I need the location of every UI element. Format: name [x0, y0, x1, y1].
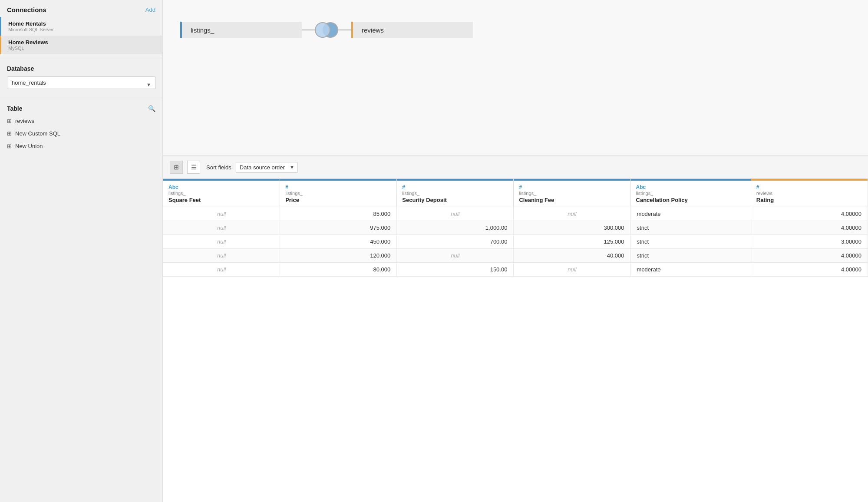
- table-item-reviews[interactable]: ⊞ reviews: [0, 115, 162, 127]
- table-section-header: Table 🔍: [0, 102, 162, 115]
- col-header-square-feet: Abc listings_ Square Feet: [163, 179, 280, 207]
- table-cell: 700.00: [397, 235, 514, 249]
- table-cell: 80.000: [280, 263, 397, 277]
- database-select[interactable]: home_rentals: [7, 76, 155, 89]
- data-table-wrapper: Abc listings_ Square Feet # listings_ Pr…: [163, 178, 868, 502]
- table-item-custom-sql[interactable]: ⊞ New Custom SQL: [0, 127, 162, 140]
- left-table-pill[interactable]: listings_: [180, 22, 302, 38]
- join-line-left: [302, 30, 315, 30]
- table-cell: 125.000: [514, 235, 630, 249]
- col-name: Security Deposit: [402, 197, 508, 203]
- table-row: null85.000nullnullmoderate4.00000: [163, 207, 868, 221]
- table-cell: null: [163, 221, 280, 235]
- col-header-cleaning-fee: # listings_ Cleaning Fee: [514, 179, 630, 207]
- table-cell: moderate: [630, 207, 751, 221]
- join-circle-left: [315, 22, 330, 38]
- database-label: Database: [0, 62, 162, 75]
- col-source: listings_: [285, 191, 391, 196]
- table-cell: 85.000: [280, 207, 397, 221]
- union-icon: ⊞: [7, 143, 12, 149]
- col-type: Abc: [168, 184, 274, 190]
- main-panel: listings_ reviews ⊞ ☰ Sort fields Data s…: [163, 0, 868, 502]
- table-cell: null: [514, 263, 630, 277]
- connection-item-home-rentals[interactable]: Home Rentals Microsoft SQL Server: [0, 17, 162, 36]
- table-item-new-union[interactable]: ⊞ New Union: [0, 140, 162, 152]
- col-source: listings_: [636, 191, 746, 196]
- table-cell: 4.00000: [751, 249, 868, 263]
- join-diagram: listings_ reviews: [180, 22, 473, 38]
- join-connector: [302, 22, 351, 38]
- sort-select[interactable]: Data source orderName ascendingName desc…: [236, 162, 298, 173]
- connections-title: Connections: [7, 6, 46, 13]
- col-type: #: [402, 184, 508, 190]
- col-header-price: # listings_ Price: [280, 179, 397, 207]
- table-row: null450.000700.00125.000strict3.00000: [163, 235, 868, 249]
- grid-view-button[interactable]: ⊞: [170, 161, 183, 174]
- table-cell: null: [397, 249, 514, 263]
- table-cell: null: [397, 207, 514, 221]
- join-circles[interactable]: [315, 22, 338, 38]
- table-cell: 120.000: [280, 249, 397, 263]
- table-cell: 1,000.00: [397, 221, 514, 235]
- sidebar: Connections Add Home Rentals Microsoft S…: [0, 0, 163, 502]
- table-item-label: New Union: [15, 143, 43, 149]
- right-table-pill[interactable]: reviews: [351, 22, 473, 38]
- table-cell: null: [514, 207, 630, 221]
- table-cell: 975.000: [280, 221, 397, 235]
- col-type: #: [519, 184, 625, 190]
- sort-label: Sort fields: [206, 164, 231, 171]
- table-grid-icon: ⊞: [7, 118, 12, 124]
- table-cell: null: [163, 235, 280, 249]
- connection-type: MySQL: [8, 46, 155, 51]
- table-cell: 3.00000: [751, 235, 868, 249]
- table-cell: 40.000: [514, 249, 630, 263]
- col-type: #: [285, 184, 391, 190]
- divider-1: [0, 58, 162, 58]
- col-source: listings_: [168, 191, 274, 196]
- table-cell: null: [163, 207, 280, 221]
- connection-list: Home Rentals Microsoft SQL Server Home R…: [0, 17, 162, 54]
- table-cell: moderate: [630, 263, 751, 277]
- custom-sql-icon: ⊞: [7, 130, 12, 137]
- col-source: listings_: [519, 191, 625, 196]
- left-table-name: listings_: [182, 26, 223, 34]
- col-name: Rating: [756, 197, 862, 203]
- table-cell: 450.000: [280, 235, 397, 249]
- table-cell: 4.00000: [751, 221, 868, 235]
- col-name: Square Feet: [168, 197, 274, 203]
- join-line-right: [338, 30, 351, 30]
- search-icon[interactable]: 🔍: [148, 105, 155, 112]
- connection-name: Home Reviews: [8, 39, 155, 46]
- connection-item-home-reviews[interactable]: Home Reviews MySQL: [0, 36, 162, 54]
- table-item-label: reviews: [15, 118, 34, 124]
- right-table-name: reviews: [353, 26, 393, 34]
- col-header-security-deposit: # listings_ Security Deposit: [397, 179, 514, 207]
- table-cell: 4.00000: [751, 263, 868, 277]
- table-cell: strict: [630, 221, 751, 235]
- toolbar: ⊞ ☰ Sort fields Data source orderName as…: [163, 156, 868, 178]
- table-body: null85.000nullnullmoderate4.00000null975…: [163, 207, 868, 277]
- canvas-area: listings_ reviews: [163, 0, 868, 156]
- add-connection-link[interactable]: Add: [145, 7, 155, 13]
- table-cell: strict: [630, 235, 751, 249]
- list-view-button[interactable]: ☰: [187, 161, 200, 174]
- connection-name: Home Rentals: [8, 20, 155, 27]
- table-cell: 4.00000: [751, 207, 868, 221]
- col-name: Cleaning Fee: [519, 197, 625, 203]
- col-name: Price: [285, 197, 391, 203]
- col-header-rating: # reviews Rating: [751, 179, 868, 207]
- table-row: null80.000150.00nullmoderate4.00000: [163, 263, 868, 277]
- table-cell: strict: [630, 249, 751, 263]
- col-source: listings_: [402, 191, 508, 196]
- database-select-wrapper: home_rentals ▼: [0, 75, 162, 94]
- table-header: Abc listings_ Square Feet # listings_ Pr…: [163, 179, 868, 207]
- table-row: null120.000null40.000strict4.00000: [163, 249, 868, 263]
- connections-header: Connections Add: [0, 0, 162, 17]
- col-type: Abc: [636, 184, 746, 190]
- table-cell: null: [163, 249, 280, 263]
- col-type: #: [756, 184, 862, 190]
- sort-select-wrapper: Data source orderName ascendingName desc…: [236, 162, 298, 173]
- table-cell: null: [163, 263, 280, 277]
- connection-type: Microsoft SQL Server: [8, 27, 155, 32]
- col-name: Cancellation Policy: [636, 197, 746, 203]
